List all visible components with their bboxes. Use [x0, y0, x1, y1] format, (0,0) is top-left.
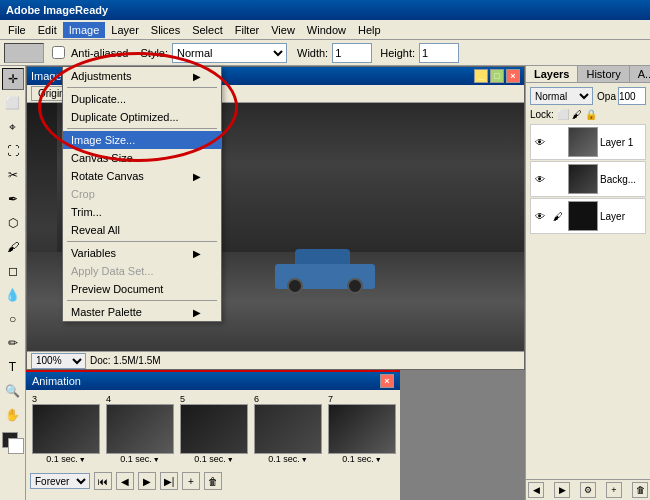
- brush-tool[interactable]: 🖌: [2, 236, 24, 258]
- menu-adjustments[interactable]: Adjustments ▶: [63, 67, 221, 85]
- eraser-tool[interactable]: ◻: [2, 260, 24, 282]
- layer-visibility-icon[interactable]: 👁: [532, 208, 548, 224]
- frame-thumbnail[interactable]: [32, 404, 100, 454]
- step-back-button[interactable]: ◀: [116, 472, 134, 490]
- master-palette-label: Master Palette: [71, 306, 142, 318]
- eyedropper-tool[interactable]: ✒: [2, 188, 24, 210]
- panel-delete-button[interactable]: 🗑: [632, 482, 648, 498]
- hand-tool[interactable]: ✋: [2, 404, 24, 426]
- play-button[interactable]: ▶: [138, 472, 156, 490]
- frame-thumbnail[interactable]: [180, 404, 248, 454]
- doc-close-button[interactable]: ×: [506, 69, 520, 83]
- frame-thumbnail[interactable]: [106, 404, 174, 454]
- tab-actions[interactable]: A...: [630, 66, 650, 82]
- loop-select[interactable]: Forever Once 3 Times: [30, 473, 90, 489]
- frame-time[interactable]: 0.1 sec. ▼: [268, 454, 307, 464]
- slice-tool[interactable]: ✂: [2, 164, 24, 186]
- layer-item[interactable]: 👁 Layer 1: [530, 124, 646, 160]
- frame-time[interactable]: 0.1 sec. ▼: [194, 454, 233, 464]
- width-label: Width:: [297, 47, 328, 59]
- frame-thumbnail[interactable]: [328, 404, 396, 454]
- blend-mode-select[interactable]: Normal Multiply Screen: [530, 87, 593, 105]
- menu-apply-data: Apply Data Set...: [63, 262, 221, 280]
- menu-reveal-all[interactable]: Reveal All: [63, 221, 221, 239]
- delete-frame-button[interactable]: 🗑: [204, 472, 222, 490]
- lock-paint-icon[interactable]: 🖌: [572, 109, 582, 120]
- menu-dup-optimized[interactable]: Duplicate Optimized...: [63, 108, 221, 126]
- step-forward-button[interactable]: ▶|: [160, 472, 178, 490]
- menu-view[interactable]: View: [265, 22, 301, 38]
- menu-canvas-size[interactable]: Canvas Size...: [63, 149, 221, 167]
- menu-file[interactable]: File: [2, 22, 32, 38]
- panel-options-button[interactable]: ⚙: [580, 482, 596, 498]
- move-tool[interactable]: ✛: [2, 68, 24, 90]
- anti-aliased-checkbox[interactable]: [52, 46, 65, 59]
- layer-thumbnail: [568, 164, 598, 194]
- menu-separator: [67, 128, 217, 129]
- lasso-tool[interactable]: ⌖: [2, 116, 24, 138]
- panel-new-button[interactable]: +: [606, 482, 622, 498]
- menu-image-size[interactable]: Image Size...: [63, 131, 221, 149]
- lock-transparency-icon[interactable]: ⬜: [557, 109, 569, 120]
- layer-name: Layer: [600, 211, 644, 222]
- menu-filter[interactable]: Filter: [229, 22, 265, 38]
- menu-master-palette[interactable]: Master Palette ▶: [63, 303, 221, 321]
- new-frame-button[interactable]: +: [182, 472, 200, 490]
- layer-visibility-icon[interactable]: 👁: [532, 171, 548, 187]
- rewind-button[interactable]: ⏮: [94, 472, 112, 490]
- layer-brush-icon: 🖌: [550, 208, 566, 224]
- panel-prev-button[interactable]: ◀: [528, 482, 544, 498]
- menu-layer[interactable]: Layer: [105, 22, 145, 38]
- menu-trim[interactable]: Trim...: [63, 203, 221, 221]
- panel-next-button[interactable]: ▶: [554, 482, 570, 498]
- layer-item[interactable]: 👁 🖌 Layer: [530, 198, 646, 234]
- menu-help[interactable]: Help: [352, 22, 387, 38]
- frame-number: 6: [252, 394, 259, 404]
- tab-layers[interactable]: Layers: [526, 66, 578, 82]
- frame-time[interactable]: 0.1 sec. ▼: [46, 454, 85, 464]
- layer-brush-icon: [550, 171, 566, 187]
- crop-tool[interactable]: ⛶: [2, 140, 24, 162]
- menu-separator: [67, 300, 217, 301]
- frame-time[interactable]: 0.1 sec. ▼: [342, 454, 381, 464]
- menu-preview-doc[interactable]: Preview Document: [63, 280, 221, 298]
- lock-position-icon[interactable]: 🔒: [585, 109, 597, 120]
- menu-slices[interactable]: Slices: [145, 22, 186, 38]
- opacity-label: Opa: [597, 91, 616, 102]
- doc-minimize-button[interactable]: _: [474, 69, 488, 83]
- anim-close-button[interactable]: ×: [380, 374, 394, 388]
- menu-duplicate[interactable]: Duplicate...: [63, 90, 221, 108]
- layer-visibility-icon[interactable]: 👁: [532, 134, 548, 150]
- width-input[interactable]: [332, 43, 372, 63]
- menu-image[interactable]: Image: [63, 22, 106, 38]
- opacity-input[interactable]: [618, 87, 646, 105]
- style-select[interactable]: Normal Fixed Aspect Ratio Fixed Size: [172, 43, 287, 63]
- animation-panel: Animation × 3 0.1 sec. ▼ 4: [26, 370, 400, 500]
- text-tool[interactable]: T: [2, 356, 24, 378]
- doc-maximize-button[interactable]: □: [490, 69, 504, 83]
- menu-select[interactable]: Select: [186, 22, 229, 38]
- toolbar: Anti-aliased Style: Normal Fixed Aspect …: [0, 40, 650, 66]
- zoom-select[interactable]: 100% 50% 200%: [31, 353, 86, 369]
- zoom-tool[interactable]: 🔍: [2, 380, 24, 402]
- layer-name: Layer 1: [600, 137, 644, 148]
- image-dropdown-menu: Adjustments ▶ Duplicate... Duplicate Opt…: [62, 66, 222, 322]
- blur-tool[interactable]: 💧: [2, 284, 24, 306]
- frame-time[interactable]: 0.1 sec. ▼: [120, 454, 159, 464]
- select-rect-tool[interactable]: ⬜: [2, 92, 24, 114]
- title-bar: Adobe ImageReady: [0, 0, 650, 20]
- layer-item[interactable]: 👁 Backg...: [530, 161, 646, 197]
- dodge-tool[interactable]: ○: [2, 308, 24, 330]
- frame-image: [33, 405, 99, 453]
- menu-variables[interactable]: Variables ▶: [63, 244, 221, 262]
- menu-rotate-canvas[interactable]: Rotate Canvas ▶: [63, 167, 221, 185]
- style-label: Style:: [140, 47, 168, 59]
- frame-thumbnail[interactable]: [254, 404, 322, 454]
- tab-history[interactable]: History: [578, 66, 629, 82]
- pen-tool[interactable]: ✏: [2, 332, 24, 354]
- menu-edit[interactable]: Edit: [32, 22, 63, 38]
- height-input[interactable]: [419, 43, 459, 63]
- menu-window[interactable]: Window: [301, 22, 352, 38]
- paintbucket-tool[interactable]: ⬡: [2, 212, 24, 234]
- color-swatch[interactable]: [2, 432, 24, 454]
